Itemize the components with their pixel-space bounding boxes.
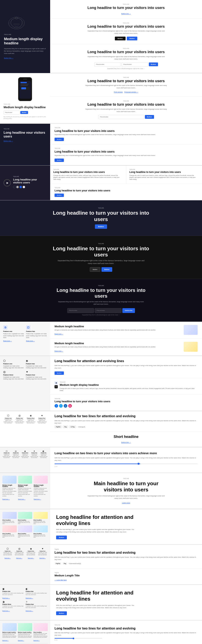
- fgb-body-4: Cupidatat non make some reading copy her…: [26, 606, 48, 608]
- ig4-link-4[interactable]: Read more →: [40, 558, 46, 559]
- ic-title-2: Medium length headline: [18, 632, 32, 633]
- swatch-gray: [16, 186, 19, 188]
- ig4-3: ◈ Feature three Cupidatat non make some …: [26, 547, 36, 559]
- section-8-left: Feature one Feature one. Cupidatat non m…: [0, 322, 50, 356]
- link-mt[interactable]: → Long title here: [54, 579, 67, 581]
- ig4-link-1[interactable]: Read more →: [4, 558, 11, 559]
- fgb-link-2[interactable]: Read more →: [26, 598, 33, 599]
- right-audio-section: Tagline Long headline for two lines for …: [50, 544, 202, 569]
- right-sub-9: Medium length headline All types of elem…: [50, 322, 202, 339]
- headline-r11: Long headline for attention and evolving…: [54, 359, 198, 363]
- input-r5[interactable]: [98, 115, 144, 119]
- cta-r1[interactable]: Button link →: [122, 13, 131, 14]
- scard-img-2: [18, 512, 32, 519]
- email-input-r3[interactable]: [94, 62, 121, 67]
- linkedin-icon[interactable]: in: [64, 404, 67, 408]
- body-16r: With the new AirPlay 2, you can control …: [54, 632, 198, 636]
- feature-grid-left: Feature one Feature one. Cupidatat non m…: [3, 325, 47, 342]
- btn-r5[interactable]: Button: [145, 115, 154, 119]
- link-main[interactable]: Learn more: [56, 502, 196, 504]
- facebook-icon[interactable]: f: [54, 404, 58, 408]
- card-body-1: All types of elements are made using Sha…: [2, 488, 16, 497]
- btn-2l[interactable]: Button: [20, 111, 28, 114]
- card-link-2[interactable]: Read more →: [18, 498, 26, 500]
- fgb-link-3[interactable]: Read more →: [2, 610, 10, 611]
- feat4-icon-2: ◎: [14, 414, 25, 417]
- fgb-icon-4: ✧: [26, 600, 48, 603]
- btn-5[interactable]: Button: [95, 224, 107, 229]
- feat5-body-4: Cupidatat non make some reading copy her…: [30, 454, 38, 458]
- card-link-1[interactable]: Read more →: [2, 498, 10, 500]
- name-input-r3[interactable]: [122, 62, 148, 67]
- btn-attention[interactable]: Button: [56, 536, 67, 539]
- feat-link-1[interactable]: Read more →: [3, 340, 12, 342]
- link-r15[interactable]: Button link →: [122, 442, 131, 443]
- fgb-link-1[interactable]: Read more →: [2, 598, 10, 599]
- icon-sq-1: ◉: [54, 382, 58, 384]
- tagline-r2: Tagline: [54, 22, 198, 24]
- link-r4a[interactable]: Print version: [114, 91, 122, 93]
- ic-link-1[interactable]: Read more →: [2, 640, 8, 641]
- svg-rect-3: [28, 327, 29, 328]
- cta-3l[interactable]: Button link →: [4, 140, 46, 142]
- tagline-mt: Tagline: [54, 572, 198, 573]
- card-link-3[interactable]: Read more →: [34, 498, 41, 500]
- ic-link-3[interactable]: Read more →: [34, 640, 40, 641]
- play-button[interactable]: ▶: [4, 179, 11, 186]
- right-sub-8c: Tagline Long headline to turn your visit…: [50, 184, 202, 200]
- card-title-3: Medium length headline: [34, 484, 48, 487]
- feat9-body-3: Cupidatat non make some reading copy her…: [3, 376, 24, 380]
- twitter-icon[interactable]: 𝕏: [59, 404, 63, 408]
- right-sub-1: Tagline Long headline to turn your visit…: [50, 0, 202, 19]
- ig4-link-2[interactable]: Read more →: [16, 558, 22, 559]
- btn-15r[interactable]: Button: [56, 611, 67, 615]
- section-15-right: Long headline for attention and evolving…: [50, 585, 202, 620]
- tagline-2l: Tagline: [4, 104, 46, 105]
- cta-link-1[interactable]: Button link →: [4, 57, 46, 59]
- headline-3l: Long headline vour visitors users: [4, 131, 46, 138]
- link-r4b[interactable]: Personal version →: [124, 91, 138, 93]
- link-r10[interactable]: Read more →: [54, 350, 63, 352]
- ig4-link-3[interactable]: Read more →: [28, 558, 34, 559]
- feat9-title-4: Feature four: [26, 374, 47, 376]
- section-4-right: Tagline Long headline to turn your visit…: [50, 166, 202, 200]
- section-6-full: Tagline Long headline to turn your visit…: [0, 236, 202, 279]
- headline-4l: Long headline your visitors users: [13, 178, 46, 184]
- feat-grid-2col-b: ◉ Feature one Cupidatat non make some re…: [2, 588, 48, 612]
- body-r9: All types of elements are made using Sha…: [54, 329, 180, 331]
- feat9-body-2: Cupidatat non make some reading copy her…: [26, 365, 47, 369]
- btn-r7[interactable]: Button: [54, 158, 64, 162]
- fgb-link-4[interactable]: Read more →: [26, 610, 33, 611]
- ic-link-2[interactable]: Read more →: [18, 640, 24, 641]
- btn-r6[interactable]: Button: [54, 138, 64, 141]
- body-r5: Separated they live in Bookmarksgrove ri…: [84, 108, 168, 113]
- scard-4: Short headline Cupidatat non make some r…: [2, 526, 17, 538]
- input-7b[interactable]: [95, 308, 122, 313]
- feat5-body-1: Cupidatat non make some reading copy her…: [2, 454, 11, 458]
- feat-link-2[interactable]: Read more →: [26, 340, 35, 342]
- tagline-audio: Tagline: [54, 548, 198, 550]
- btn-6a[interactable]: Button: [90, 267, 100, 272]
- btn-r2-primary[interactable]: Button: [127, 36, 138, 40]
- card-body-3: All types of elements are made using Sha…: [34, 488, 48, 497]
- btn-r11[interactable]: Button: [54, 372, 64, 375]
- img-card-grid: Medium length headline All types of elem…: [2, 623, 48, 642]
- fgb-icon-1: ◉: [2, 588, 24, 590]
- btn-r2-dark[interactable]: Button: [115, 36, 126, 40]
- input-7a[interactable]: [67, 308, 94, 313]
- instagram-icon[interactable]: ▣: [68, 404, 72, 408]
- btn-6b[interactable]: Button: [102, 267, 112, 272]
- slider-val-16: 1 / 3: [54, 640, 102, 641]
- input-2l[interactable]: [4, 110, 20, 114]
- btn-r8c[interactable]: Button: [54, 194, 64, 197]
- feat9-1: ⬡ Feature one Cupidatat non make some re…: [3, 359, 24, 369]
- btn-7[interactable]: Subscribe: [122, 308, 135, 313]
- link-r9[interactable]: Read more →: [54, 333, 63, 335]
- slider-thumb-16[interactable]: [73, 638, 74, 639]
- feat9-body-4: Cupidatat non make some reading copy her…: [26, 376, 47, 380]
- section-16-left: Medium length headline All types of elem…: [0, 620, 50, 644]
- slider-thumb[interactable]: [138, 463, 140, 465]
- section-15-left: ◉ Feature one Cupidatat non make some re…: [0, 585, 50, 620]
- submit-r3[interactable]: Button: [149, 62, 158, 66]
- feat-icon-2: [26, 325, 30, 330]
